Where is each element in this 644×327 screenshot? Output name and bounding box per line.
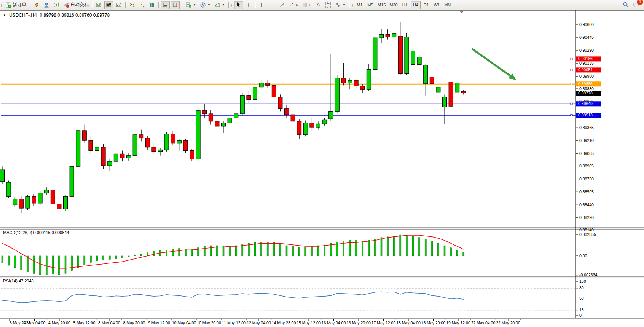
- macd-bar: [254, 242, 256, 256]
- candle-body: [405, 37, 409, 74]
- chart-surface[interactable]: 0.906000.904450.902900.901350.899800.898…: [0, 10, 644, 327]
- hline-0.89649[interactable]: 0.89649: [1, 101, 601, 106]
- candle-body: [45, 190, 49, 193]
- candle-body: [57, 204, 61, 209]
- chart-window[interactable]: 0.906000.904450.902900.901350.899800.898…: [0, 10, 644, 327]
- crosshair-button[interactable]: [244, 1, 253, 9]
- svg-text:0.90600: 0.90600: [579, 22, 594, 27]
- chart-shift-marker[interactable]: [460, 11, 464, 13]
- chart-shift-icon: [172, 2, 178, 8]
- timeframe-mn[interactable]: MN: [443, 1, 453, 9]
- text-tool[interactable]: A: [314, 1, 323, 9]
- new-order-label: 新订单: [13, 2, 26, 8]
- channel-label: E: [296, 3, 298, 6]
- line-chart-button[interactable]: [114, 1, 123, 9]
- timeframe-m1[interactable]: M1: [355, 1, 365, 9]
- timeframe-m15[interactable]: M15: [376, 1, 387, 9]
- timeframe-h4[interactable]: H4: [411, 1, 421, 9]
- macd-bar: [267, 242, 268, 256]
- hline-anchor[interactable]: [571, 69, 572, 71]
- equidistant-channel-tool[interactable]: E: [288, 1, 300, 9]
- timeframe-m5[interactable]: M5: [365, 1, 375, 9]
- toolbar-grip[interactable]: [352, 2, 354, 8]
- macd-bar: [431, 241, 433, 256]
- arrows-tool[interactable]: ▼: [333, 1, 347, 9]
- chart-menu-icon[interactable]: ▼: [3, 14, 6, 17]
- timeframe-label: M15: [378, 3, 386, 7]
- candle-body: [430, 77, 434, 84]
- signals-button[interactable]: [52, 1, 61, 9]
- candle-body: [392, 33, 396, 37]
- candle-body: [177, 140, 181, 143]
- auto-trading-icon: [63, 2, 69, 8]
- hline-0.90054[interactable]: 0.90054: [1, 67, 601, 72]
- candle-body: [32, 196, 36, 203]
- timeframe-w1[interactable]: W1: [432, 1, 442, 9]
- macd-bar: [425, 239, 426, 256]
- timeframe-m30[interactable]: M30: [388, 1, 399, 9]
- toolbar-separator: [158, 2, 159, 8]
- hline-anchor[interactable]: [571, 58, 572, 60]
- arrow-annotation[interactable]: [472, 49, 516, 80]
- candlestick-chart-button[interactable]: [104, 1, 113, 9]
- hline-anchor[interactable]: [571, 114, 572, 116]
- candle-body: [379, 34, 384, 38]
- candle-body: [108, 161, 112, 166]
- tile-windows-button[interactable]: [147, 1, 156, 9]
- auto-scroll-button[interactable]: [161, 1, 170, 9]
- hline-0.89886[interactable]: 0.89886: [1, 81, 601, 86]
- hline-0.90186[interactable]: 0.90186: [1, 56, 601, 61]
- timeframe-label: H4: [413, 3, 418, 7]
- toolbar-grip[interactable]: [231, 2, 233, 8]
- candle-body: [164, 134, 169, 150]
- candle-body: [329, 111, 333, 119]
- styler-button[interactable]: [32, 1, 41, 9]
- notifications-button[interactable]: 1: [631, 1, 641, 9]
- profile-button[interactable]: [42, 1, 51, 9]
- hline-anchor[interactable]: [571, 103, 572, 105]
- periods-button[interactable]: ▼: [198, 1, 212, 9]
- candle-body: [158, 150, 163, 151]
- macd-bar: [286, 246, 287, 256]
- svg-text:0.88140: 0.88140: [579, 228, 594, 232]
- candle-body: [120, 154, 124, 158]
- horizontal-line-tool[interactable]: [267, 1, 277, 9]
- chart-shift-button[interactable]: [171, 1, 180, 9]
- candle-body: [285, 109, 289, 115]
- time-axis[interactable]: 3 May 20234 May 04:004 May 20:005 May 12…: [10, 319, 521, 325]
- horizontal-lines: 0.901860.900540.898860.897780.896490.895…: [1, 56, 601, 118]
- zoom-in-button[interactable]: [128, 1, 137, 9]
- hline-0.89778[interactable]: 0.89778: [1, 91, 601, 96]
- search-button[interactable]: [621, 1, 631, 9]
- time-label: 10 May 20:00: [197, 321, 221, 325]
- cursor-button[interactable]: [234, 1, 243, 9]
- timeframe-h1[interactable]: H1: [400, 1, 410, 9]
- indicators-button[interactable]: ▼: [184, 1, 198, 9]
- new-order-button[interactable]: 新订单: [4, 1, 28, 9]
- time-label: 14 May 23:00: [272, 321, 296, 325]
- fibonacci-tool[interactable]: F: [301, 1, 313, 9]
- hline-anchor[interactable]: [571, 83, 572, 85]
- dropdown-arrow-icon: ▼: [193, 3, 196, 6]
- bar-chart-button[interactable]: [94, 1, 104, 9]
- macd-bar: [273, 242, 275, 256]
- timeframe-label: M30: [389, 3, 397, 7]
- text-label-tool[interactable]: T: [324, 1, 333, 9]
- timeframe-d1[interactable]: D1: [421, 1, 431, 9]
- macd-bar: [8, 256, 10, 265]
- chart-symbol-period: USDCHF-,H4: [9, 13, 37, 18]
- hline-0.89513[interactable]: 0.89513: [1, 113, 601, 118]
- time-label: 11 May 12:00: [222, 321, 246, 325]
- templates-button[interactable]: ▼: [213, 1, 226, 9]
- candle-body: [335, 78, 339, 112]
- auto-trading-button[interactable]: 自动交易: [62, 1, 90, 9]
- candle-body: [202, 110, 207, 114]
- text-tool-label: A: [317, 2, 320, 8]
- macd-bar: [368, 241, 370, 256]
- trendline-tool[interactable]: [278, 1, 287, 9]
- zoom-out-button[interactable]: [137, 1, 147, 9]
- vertical-line-tool[interactable]: [257, 1, 266, 9]
- toolbar-grip[interactable]: [1, 2, 3, 8]
- candle-body: [424, 65, 428, 84]
- time-label: 4 May 04:00: [24, 321, 46, 325]
